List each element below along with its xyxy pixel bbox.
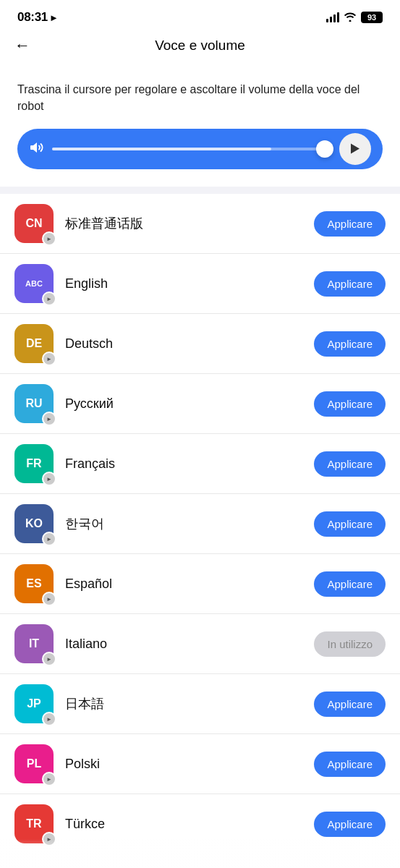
list-item: JP►日本語Applicare xyxy=(0,674,400,734)
lang-icon: PL► xyxy=(14,744,54,783)
play-badge-icon[interactable]: ► xyxy=(42,592,56,606)
lang-icon: ABC► xyxy=(14,264,54,303)
description-text: Trascina il cursore per regolare e ascol… xyxy=(17,81,383,114)
list-item: RU►РусскийApplicare xyxy=(0,374,400,434)
language-name: Français xyxy=(65,456,302,472)
list-item: TR►TürkceApplicare xyxy=(0,794,400,854)
language-name: Español xyxy=(65,576,302,592)
play-badge-icon[interactable]: ► xyxy=(42,712,56,726)
play-badge-icon[interactable]: ► xyxy=(42,412,56,426)
apply-button[interactable]: Applicare xyxy=(314,752,386,777)
play-badge-icon[interactable]: ► xyxy=(42,772,56,786)
language-list: CN►标准普通话版ApplicareABC►EnglishApplicareDE… xyxy=(0,194,400,854)
status-icons: 93 xyxy=(326,12,383,24)
apply-button[interactable]: Applicare xyxy=(314,571,386,597)
language-name: Türkce xyxy=(65,817,302,832)
wifi-icon xyxy=(344,12,357,24)
play-button[interactable] xyxy=(339,133,371,165)
lang-icon: KO► xyxy=(14,504,54,543)
slider-thumb[interactable] xyxy=(316,140,333,158)
lang-icon: ES► xyxy=(14,564,54,603)
lang-icon: CN► xyxy=(14,204,54,243)
apply-button[interactable]: Applicare xyxy=(314,812,386,837)
page-title: Voce e volume xyxy=(155,38,245,54)
lang-icon: IT► xyxy=(14,624,54,663)
play-badge-icon[interactable]: ► xyxy=(42,532,56,546)
play-badge-icon[interactable]: ► xyxy=(42,231,56,246)
volume-slider[interactable] xyxy=(17,129,383,169)
status-time: 08:31► xyxy=(17,10,59,25)
language-name: Deutsch xyxy=(65,336,302,352)
page-header: ← Voce e volume xyxy=(0,30,400,64)
apply-button[interactable]: Applicare xyxy=(314,391,386,417)
play-badge-icon[interactable]: ► xyxy=(42,652,56,666)
list-item: ABC►EnglishApplicare xyxy=(0,254,400,314)
battery-icon: 93 xyxy=(361,12,383,23)
language-name: Русский xyxy=(65,396,302,412)
language-name: Italiano xyxy=(65,637,302,652)
list-item: FR►FrançaisApplicare xyxy=(0,434,400,494)
in-use-badge: In utilizzo xyxy=(314,631,386,657)
lang-icon: TR► xyxy=(14,804,54,843)
list-item: IT►ItalianoIn utilizzo xyxy=(0,614,400,674)
lang-icon: FR► xyxy=(14,444,54,483)
list-item: KO►한국어Applicare xyxy=(0,494,400,554)
volume-icon xyxy=(29,140,45,159)
lang-icon: DE► xyxy=(14,324,54,363)
list-item: DE►DeutschApplicare xyxy=(0,314,400,374)
apply-button[interactable]: Applicare xyxy=(314,511,386,537)
language-name: Polski xyxy=(65,757,302,772)
play-badge-icon[interactable]: ► xyxy=(42,472,56,486)
apply-button[interactable]: Applicare xyxy=(314,692,386,717)
language-name: English xyxy=(65,276,302,292)
status-bar: 08:31► 93 xyxy=(0,0,400,30)
apply-button[interactable]: Applicare xyxy=(314,451,386,477)
apply-button[interactable]: Applicare xyxy=(314,271,386,297)
description-section: Trascina il cursore per regolare e ascol… xyxy=(0,64,400,181)
language-name: 日本語 xyxy=(65,695,302,712)
language-name: 标准普通话版 xyxy=(65,215,302,232)
apply-button[interactable]: Applicare xyxy=(314,211,386,237)
apply-button[interactable]: Applicare xyxy=(314,331,386,357)
back-button[interactable]: ← xyxy=(14,38,30,54)
list-item: ES►EspañolApplicare xyxy=(0,554,400,614)
list-item: CN►标准普通话版Applicare xyxy=(0,194,400,254)
slider-track[interactable] xyxy=(52,148,326,150)
slider-fill xyxy=(52,148,271,150)
lang-icon: JP► xyxy=(14,684,54,723)
section-divider xyxy=(0,187,400,194)
lang-icon: RU► xyxy=(14,384,54,423)
play-badge-icon[interactable]: ► xyxy=(42,352,56,366)
list-item: PL►PolskiApplicare xyxy=(0,734,400,794)
play-badge-icon[interactable]: ► xyxy=(42,292,56,306)
signal-icon xyxy=(326,12,339,22)
language-name: 한국어 xyxy=(65,515,302,532)
play-badge-icon[interactable]: ► xyxy=(42,832,56,846)
